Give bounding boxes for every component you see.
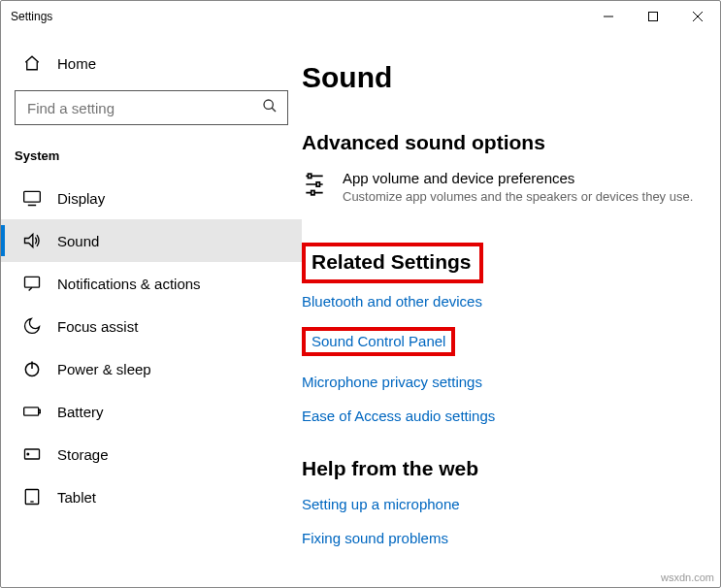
link-sound-control-panel-highlight: Sound Control Panel <box>302 327 455 356</box>
related-settings-section: Related Settings Bluetooth and other dev… <box>302 243 695 424</box>
svg-line-5 <box>272 108 276 112</box>
category-label: System <box>1 143 302 177</box>
svg-rect-1 <box>649 13 658 21</box>
svg-rect-21 <box>316 182 319 186</box>
nav-item-notifications[interactable]: Notifications & actions <box>1 262 302 305</box>
watermark: wsxdn.com <box>661 572 714 583</box>
tablet-icon <box>22 487 42 506</box>
nav-item-battery[interactable]: Battery <box>1 390 302 433</box>
search-input[interactable] <box>25 99 262 117</box>
link-sound-control-panel[interactable]: Sound Control Panel <box>311 333 445 349</box>
nav-item-label: Display <box>57 190 105 207</box>
nav-home-label: Home <box>57 55 96 72</box>
option-desc: Customize app volumes and the speakers o… <box>343 188 693 206</box>
related-heading: Related Settings <box>311 250 472 274</box>
window-title: Settings <box>11 10 52 23</box>
svg-rect-9 <box>25 277 40 287</box>
nav-item-storage[interactable]: Storage <box>1 433 302 475</box>
svg-rect-23 <box>311 191 314 195</box>
nav-item-label: Notifications & actions <box>57 276 201 292</box>
titlebar: Settings <box>1 1 720 32</box>
svg-point-4 <box>264 100 273 109</box>
nav-item-display[interactable]: Display <box>1 177 302 219</box>
nav-item-label: Battery <box>57 404 104 420</box>
focus-assist-icon <box>22 316 42 336</box>
option-title: App volume and device preferences <box>343 170 693 186</box>
sound-icon <box>22 231 42 250</box>
power-icon <box>22 359 42 378</box>
svg-marker-8 <box>25 234 33 246</box>
help-heading: Help from the web <box>302 457 695 480</box>
display-icon <box>22 188 42 208</box>
help-section: Help from the web Setting up a microphon… <box>302 457 695 546</box>
nav-home[interactable]: Home <box>1 46 302 81</box>
nav-item-label: Focus assist <box>57 318 138 335</box>
nav-item-label: Sound <box>57 233 99 249</box>
storage-icon <box>22 444 42 464</box>
battery-icon <box>22 402 42 421</box>
link-ease-of-access-audio[interactable]: Ease of Access audio settings <box>302 408 695 424</box>
svg-point-15 <box>27 453 29 455</box>
maximize-button[interactable] <box>631 1 675 32</box>
page-title: Sound <box>302 61 695 94</box>
link-help-microphone[interactable]: Setting up a microphone <box>302 496 695 512</box>
app-volume-option[interactable]: App volume and device preferences Custom… <box>302 170 695 206</box>
sidebar: Home System Display Sound <box>1 32 302 587</box>
notifications-icon <box>22 274 42 293</box>
link-microphone-privacy[interactable]: Microphone privacy settings <box>302 374 695 390</box>
close-button[interactable] <box>675 1 720 32</box>
nav-item-power-sleep[interactable]: Power & sleep <box>1 347 302 390</box>
nav-item-label: Power & sleep <box>57 361 151 377</box>
sliders-icon <box>302 170 329 206</box>
svg-rect-12 <box>24 408 39 415</box>
link-help-fix-sound[interactable]: Fixing sound problems <box>302 530 695 546</box>
nav-item-focus-assist[interactable]: Focus assist <box>1 305 302 347</box>
svg-rect-6 <box>24 191 41 202</box>
nav-item-label: Storage <box>57 446 109 463</box>
window-controls <box>586 1 720 32</box>
related-heading-highlight: Related Settings <box>302 243 483 283</box>
svg-rect-19 <box>309 174 311 178</box>
minimize-button[interactable] <box>586 1 631 32</box>
link-bluetooth-devices[interactable]: Bluetooth and other devices <box>302 293 695 310</box>
nav-item-label: Tablet <box>57 489 96 506</box>
advanced-heading: Advanced sound options <box>302 131 695 154</box>
home-icon <box>22 53 42 73</box>
nav-item-tablet[interactable]: Tablet <box>1 475 302 518</box>
search-icon <box>262 98 278 117</box>
content-pane: Sound Advanced sound options App volume … <box>302 32 720 587</box>
nav-item-sound[interactable]: Sound <box>1 219 302 262</box>
svg-rect-13 <box>39 409 41 412</box>
search-box[interactable] <box>15 90 288 125</box>
